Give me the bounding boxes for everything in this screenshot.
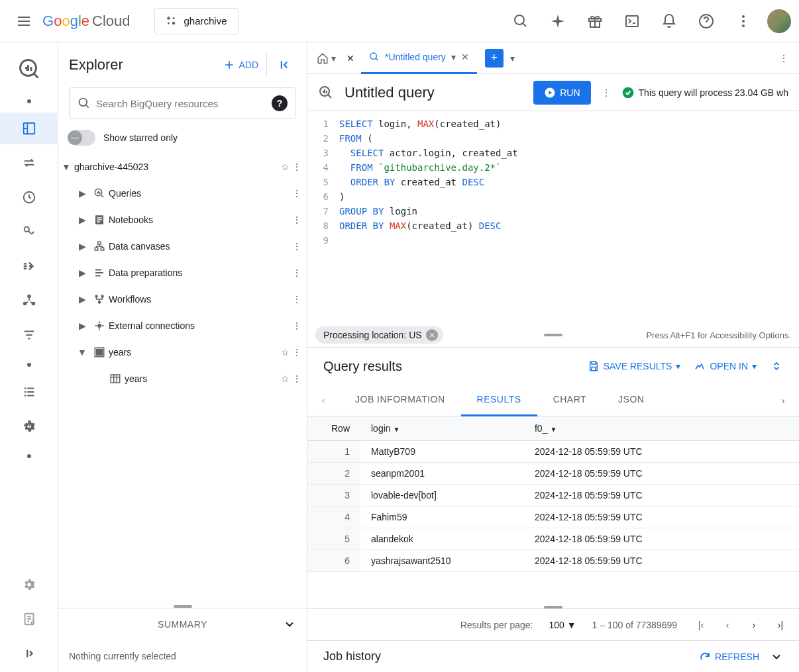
nav-migration-icon[interactable] — [13, 250, 45, 282]
location-chip[interactable]: Processing location: US ✕ — [315, 326, 443, 344]
run-button[interactable]: RUN — [533, 81, 590, 105]
tab-chart[interactable]: CHART — [537, 385, 602, 416]
close-icon[interactable]: ✕ — [343, 53, 358, 64]
tab-job-info[interactable]: JOB INFORMATION — [339, 385, 461, 416]
drag-handle[interactable] — [544, 334, 562, 336]
svg-rect-36 — [100, 350, 103, 352]
col-row[interactable]: Row — [307, 416, 360, 441]
row-menu-icon[interactable]: ⋮ — [292, 320, 301, 331]
notifications-icon[interactable] — [653, 5, 685, 37]
prev-page-icon[interactable]: ‹ — [719, 620, 735, 630]
tree-notebooks[interactable]: ▶ Notebooks ⋮ — [58, 207, 307, 233]
svg-rect-27 — [98, 242, 101, 244]
google-cloud-logo[interactable]: Google Cloud — [42, 13, 131, 30]
tree-dataset-years[interactable]: ▼ years ☆⋮ — [58, 339, 307, 365]
tab-json[interactable]: JSON — [602, 385, 660, 416]
collapse-panel-icon[interactable] — [266, 53, 296, 77]
user-avatar[interactable] — [767, 9, 791, 33]
refresh-button[interactable]: REFRESH — [699, 651, 759, 663]
nav-hub-icon[interactable] — [13, 285, 45, 316]
nav-list-icon[interactable] — [13, 376, 45, 408]
search-input[interactable] — [96, 98, 266, 109]
chevron-down-icon[interactable] — [770, 650, 783, 663]
help-icon[interactable] — [690, 5, 722, 37]
table-row[interactable]: 6 yashrajsawant2510 2024-12-18 05:59:59 … — [307, 550, 799, 572]
nav-studio-icon[interactable] — [0, 113, 58, 144]
tree-table-years[interactable]: years ☆⋮ — [58, 365, 307, 392]
project-picker[interactable]: gharchive — [154, 8, 239, 34]
per-page-select[interactable]: 100 ▼ — [549, 620, 576, 630]
col-f0[interactable]: f0_▼ — [524, 416, 733, 441]
tree-queries[interactable]: ▶ Queries ⋮ — [58, 180, 307, 207]
home-tab[interactable]: ▾ — [313, 52, 340, 64]
table-row[interactable]: 5 alandekok 2024-12-18 05:59:59 UTC — [307, 528, 799, 550]
tree-project[interactable]: ▼ gharchive-445023 ☆ ⋮ — [58, 154, 307, 180]
drag-handle[interactable] — [544, 606, 562, 608]
query-menu-icon[interactable]: ⋮ — [602, 87, 611, 98]
last-page-icon[interactable]: ›| — [772, 620, 788, 630]
row-menu-icon[interactable]: ⋮ — [292, 347, 301, 358]
sort-icon[interactable]: ▼ — [394, 426, 400, 433]
row-menu-icon[interactable]: ⋮ — [292, 373, 301, 384]
nav-settings-icon[interactable] — [13, 410, 45, 442]
first-page-icon[interactable]: |‹ — [693, 620, 709, 630]
chevron-down-icon[interactable]: ▾ — [451, 52, 456, 62]
more-menu-icon[interactable] — [727, 5, 759, 37]
gemini-icon[interactable] — [542, 5, 574, 37]
tab-untitled-query[interactable]: *Untitled query ▾ ✕ — [361, 42, 477, 74]
svg-point-2 — [168, 22, 170, 24]
cloud-shell-icon[interactable] — [616, 5, 648, 37]
starred-toggle[interactable]: — — [69, 130, 95, 146]
new-tab-button[interactable]: + — [485, 49, 504, 68]
sort-icon[interactable]: ▼ — [550, 426, 557, 433]
table-row[interactable]: 2 seanpm2001 2024-12-18 05:59:59 UTC — [307, 463, 799, 485]
search-help-icon[interactable]: ? — [272, 95, 288, 111]
nav-transfers-icon[interactable] — [13, 147, 45, 179]
add-button[interactable]: ADD — [217, 53, 264, 77]
close-tab-icon[interactable]: ✕ — [461, 52, 469, 62]
tab-results[interactable]: RESULTS — [461, 385, 537, 416]
next-page-icon[interactable]: › — [746, 620, 762, 630]
star-icon[interactable]: ☆ — [281, 347, 290, 358]
nav-gear-icon[interactable] — [13, 569, 45, 600]
table-row[interactable]: 4 Fahim59 2024-12-18 05:59:59 UTC — [307, 506, 799, 528]
row-menu-icon[interactable]: ⋮ — [292, 188, 301, 199]
nav-analytics-icon[interactable] — [13, 216, 45, 248]
star-icon[interactable]: ☆ — [281, 373, 290, 384]
tabs-menu-icon[interactable]: ⋮ — [774, 53, 794, 64]
tree-workflows[interactable]: ▶ Workflows ⋮ — [58, 286, 307, 312]
tree-connections[interactable]: ▶ External connections ⋮ — [58, 312, 307, 339]
gift-icon[interactable] — [579, 5, 611, 37]
nav-notes-icon[interactable] — [13, 603, 45, 635]
table-row[interactable]: 3 lovable-dev[bot] 2024-12-18 05:59:59 U… — [307, 485, 799, 506]
summary-toggle[interactable]: SUMMARY — [58, 608, 307, 640]
chip-close-icon[interactable]: ✕ — [426, 329, 438, 341]
sql-editor[interactable]: 123456789 SELECT login, MAX(created_at) … — [307, 111, 799, 323]
star-icon[interactable]: ☆ — [281, 162, 290, 172]
tabs-prev-icon[interactable]: ‹ — [307, 395, 339, 406]
search-icon[interactable] — [505, 5, 537, 37]
nav-filter-icon[interactable] — [13, 319, 45, 351]
tree-canvases[interactable]: ▶ Data canvases ⋮ — [58, 233, 307, 260]
row-menu-icon[interactable]: ⋮ — [292, 241, 301, 252]
row-menu-icon[interactable]: ⋮ — [292, 162, 301, 172]
cell-row: 1 — [307, 441, 360, 463]
nav-scheduled-icon[interactable] — [13, 181, 45, 213]
tree-preparations[interactable]: ▶ Data preparations ⋮ — [58, 260, 307, 286]
row-menu-icon[interactable]: ⋮ — [292, 294, 301, 305]
col-login[interactable]: login▼ — [360, 416, 524, 441]
bigquery-icon[interactable] — [11, 50, 48, 87]
chevron-down-icon[interactable]: ▾ — [510, 53, 515, 64]
open-in-button[interactable]: OPEN IN ▾ — [694, 360, 757, 372]
row-menu-icon[interactable]: ⋮ — [292, 267, 301, 278]
sql-code[interactable]: SELECT login, MAX(created_at) FROM ( SEL… — [334, 111, 799, 323]
query-status-text: This query will process 23.04 GB wh — [639, 87, 788, 98]
save-results-button[interactable]: SAVE RESULTS ▾ — [588, 360, 681, 372]
nav-expand-icon[interactable] — [13, 638, 45, 669]
search-box[interactable]: ? — [69, 87, 296, 119]
expand-results-icon[interactable] — [770, 360, 783, 373]
hamburger-menu-icon[interactable] — [8, 5, 40, 37]
row-menu-icon[interactable]: ⋮ — [292, 215, 301, 225]
tabs-next-icon[interactable]: › — [767, 395, 799, 406]
table-row[interactable]: 1 MattyB709 2024-12-18 05:59:59 UTC — [307, 441, 799, 463]
